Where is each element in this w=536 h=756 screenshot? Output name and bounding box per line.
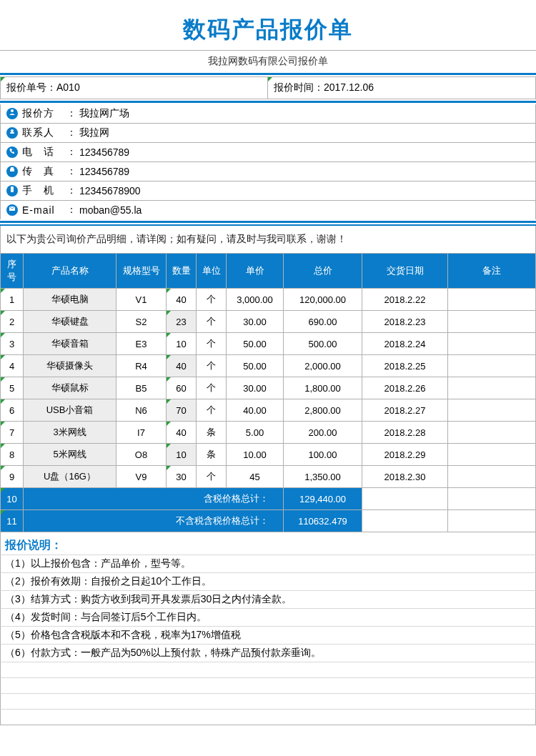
party-icon: [6, 108, 18, 119]
note-line: （4）发货时间：与合同签订后5个工作日内。: [0, 609, 536, 627]
cell-total: 120,000.00: [284, 289, 362, 311]
cell-unit: 条: [197, 422, 227, 444]
table-row: 5华硕鼠标B560个30.001,800.002018.2.26: [1, 377, 536, 399]
cell-price: 5.00: [227, 422, 284, 444]
date-label: 报价时间：: [274, 81, 324, 93]
note-line: （5）价格包含含税版本和不含税，税率为17%增值税: [0, 627, 536, 645]
party-value: 我拉网广场: [79, 107, 129, 120]
cell-qty: 10: [167, 333, 197, 355]
note-line: （1）以上报价包含：产品单价，型号等。: [0, 555, 536, 573]
cell-date: 2018.2.30: [362, 466, 448, 488]
mobile-value: 12345678900: [79, 185, 141, 197]
cell-name: 华硕摄像头: [24, 355, 116, 377]
cell-price: 30.00: [227, 377, 284, 399]
svg-rect-3: [10, 169, 14, 171]
product-table: 序号 产品名称 规格型号 数量 单位 单价 总价 交货日期 备注 1华硕电脑V1…: [0, 253, 536, 532]
cell-total: 690.00: [284, 311, 362, 333]
cell-spec: N6: [116, 399, 167, 422]
cell-price: 10.00: [227, 444, 284, 466]
subtitle: 我拉网数码有限公司报价单: [0, 50, 536, 68]
cell-unit: 个: [197, 289, 227, 311]
cell-spec: I7: [116, 422, 167, 444]
cell-total: 1,350.00: [284, 466, 362, 488]
phone-value: 123456789: [79, 146, 129, 158]
cell-date: 2018.2.29: [362, 444, 448, 466]
cell-qty: 40: [167, 422, 197, 444]
cell-price: 50.00: [227, 355, 284, 377]
notes-title: 报价说明：: [0, 532, 536, 555]
cell-name: U盘（16G）: [24, 466, 116, 488]
cell-total: 1,800.00: [284, 377, 362, 399]
table-row: 85米网线O810条10.00100.002018.2.29: [1, 444, 536, 466]
page-title: 数码产品报价单: [0, 14, 536, 46]
cell-remark: [448, 333, 536, 355]
contact-value: 我拉网: [79, 126, 109, 139]
svg-rect-4: [11, 167, 14, 169]
total-notax-value: 110632.479: [284, 510, 362, 532]
note-line: （2）报价有效期：自报价之日起10个工作日。: [0, 573, 536, 591]
cell-date: 2018.2.26: [362, 377, 448, 399]
cell-unit: 个: [197, 355, 227, 377]
party-label: 报价方: [22, 107, 64, 120]
total-tax-value: 129,440.00: [284, 488, 362, 510]
svg-point-0: [11, 109, 14, 112]
cell-remark: [448, 311, 536, 333]
cell-name: 3米网线: [24, 422, 116, 444]
contact-label: 联系人: [22, 126, 64, 139]
empty-row: [0, 678, 536, 694]
meta-row: 报价单号：A010 报价时间：2017.12.06: [0, 76, 536, 99]
cell-total: 2,000.00: [284, 355, 362, 377]
cell-price: 45: [227, 466, 284, 488]
cell-unit: 个: [197, 311, 227, 333]
note-line: （6）付款方式：一般产品为50%以上预付款，特殊产品预付款亲垂询。: [0, 645, 536, 662]
th-no: 序号: [1, 254, 24, 289]
fax-value: 123456789: [79, 166, 129, 177]
cell-no: 4: [1, 355, 24, 377]
cell-name: USB小音箱: [24, 399, 116, 422]
email-label: E-mail: [22, 204, 64, 216]
intro-text: 以下为贵公司询价产品明细，请详阅；如有疑问，请及时与我司联系，谢谢！: [0, 226, 536, 253]
th-unit: 单位: [197, 254, 227, 289]
mobile-icon: [6, 185, 18, 197]
cell-name: 华硕键盘: [24, 311, 116, 333]
table-row: 3华硕音箱E310个50.00500.002018.2.24: [1, 333, 536, 355]
th-qty: 数量: [167, 254, 197, 289]
total-row-11-no: 11: [1, 510, 24, 532]
contact-icon: [6, 127, 18, 139]
cell-remark: [448, 399, 536, 422]
svg-rect-2: [10, 132, 14, 134]
cell-spec: E3: [116, 333, 167, 355]
cell-date: 2018.2.24: [362, 333, 448, 355]
empty-row: [0, 662, 536, 678]
email-icon: [6, 204, 18, 216]
cell-total: 500.00: [284, 333, 362, 355]
cell-remark: [448, 422, 536, 444]
cell-no: 9: [1, 466, 24, 488]
cell-remark: [448, 444, 536, 466]
cell-name: 5米网线: [24, 444, 116, 466]
cell-price: 40.00: [227, 399, 284, 422]
mobile-label: 手 机: [22, 184, 64, 197]
th-remark: 备注: [448, 254, 536, 289]
cell-date: 2018.2.23: [362, 311, 448, 333]
total-notax-label: 不含税含税价格总计：: [24, 510, 284, 532]
svg-rect-5: [11, 186, 14, 192]
cell-remark: [448, 377, 536, 399]
cell-remark: [448, 466, 536, 488]
cell-spec: V1: [116, 289, 167, 311]
th-date: 交货日期: [362, 254, 448, 289]
cell-unit: 个: [197, 399, 227, 422]
cell-unit: 个: [197, 333, 227, 355]
cell-name: 华硕鼠标: [24, 377, 116, 399]
th-price: 单价: [227, 254, 284, 289]
cell-qty: 40: [167, 355, 197, 377]
cell-date: 2018.2.28: [362, 422, 448, 444]
total-tax-label: 含税价格总计：: [24, 488, 284, 510]
cell-qty: 23: [167, 311, 197, 333]
cell-unit: 条: [197, 444, 227, 466]
order-no-label: 报价单号：: [6, 81, 56, 93]
cell-total: 100.00: [284, 444, 362, 466]
cell-no: 5: [1, 377, 24, 399]
phone-label: 电 话: [22, 146, 64, 159]
cell-qty: 60: [167, 377, 197, 399]
